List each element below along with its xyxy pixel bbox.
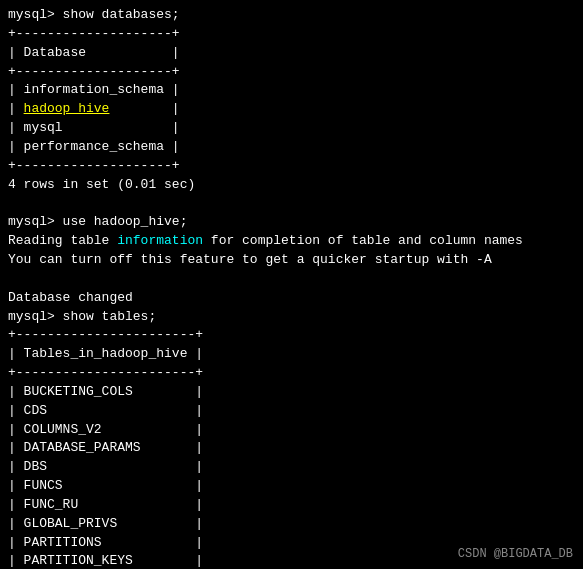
line-3: | Database | — [8, 44, 575, 63]
table-row-funcs: | FUNCS | — [8, 477, 575, 496]
table-row-cds: | CDS | — [8, 402, 575, 421]
line-8: | performance_schema | — [8, 138, 575, 157]
line-6: | hadoop_hive | — [8, 100, 575, 119]
line-7: | mysql | — [8, 119, 575, 138]
line-18: +-----------------------+ — [8, 326, 575, 345]
watermark: CSDN @BIGDATA_DB — [458, 547, 573, 561]
line-4: +--------------------+ — [8, 63, 575, 82]
table-row-bucketing: | BUCKETING_COLS | — [8, 383, 575, 402]
table-row-func-ru: | FUNC_RU | — [8, 496, 575, 515]
terminal: mysql> show databases; +----------------… — [0, 0, 583, 569]
table-row-database-params: | DATABASE_PARAMS | — [8, 439, 575, 458]
line-13: Reading table information for completion… — [8, 232, 575, 251]
table-row-global-privs: | GLOBAL_PRIVS | — [8, 515, 575, 534]
line-12: mysql> use hadoop_hive; — [8, 213, 575, 232]
line-blank2 — [8, 270, 575, 289]
line-17: mysql> show tables; — [8, 308, 575, 327]
table-row-dbs: | DBS | — [8, 458, 575, 477]
line-blank1 — [8, 194, 575, 213]
line-20: +-----------------------+ — [8, 364, 575, 383]
table-row-columns-v2: | COLUMNS_V2 | — [8, 421, 575, 440]
line-19: | Tables_in_hadoop_hive | — [8, 345, 575, 364]
line-10: 4 rows in set (0.01 sec) — [8, 176, 575, 195]
line-16: Database changed — [8, 289, 575, 308]
line-1: mysql> show databases; — [8, 6, 575, 25]
line-9: +--------------------+ — [8, 157, 575, 176]
line-14: You can turn off this feature to get a q… — [8, 251, 575, 270]
line-2: +--------------------+ — [8, 25, 575, 44]
line-5: | information_schema | — [8, 81, 575, 100]
